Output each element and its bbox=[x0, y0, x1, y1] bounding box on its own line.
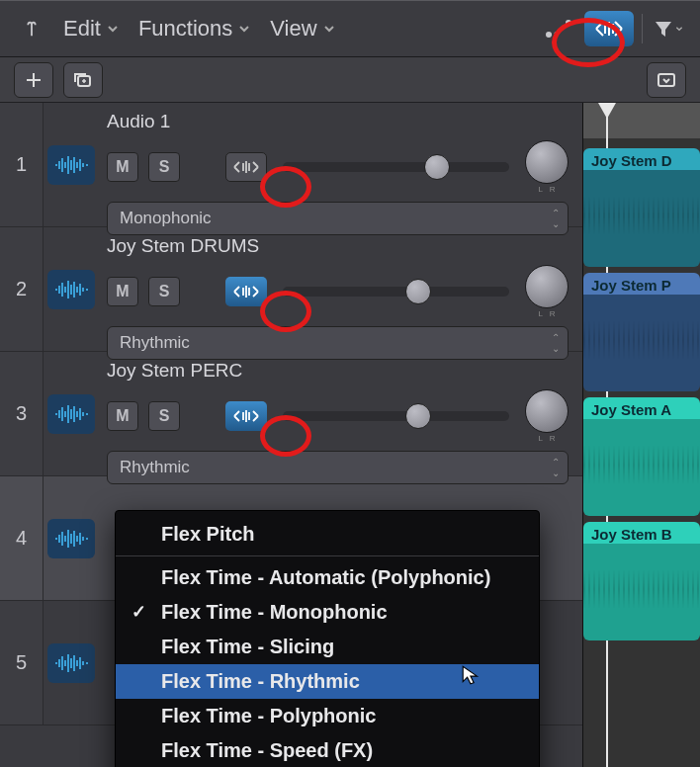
track-number: 4 bbox=[0, 476, 44, 600]
track-icon-cell bbox=[44, 103, 99, 226]
slider-thumb[interactable] bbox=[405, 279, 431, 304]
track-number: 2 bbox=[0, 227, 44, 351]
functions-menu[interactable]: Functions bbox=[132, 12, 256, 45]
filter-icon[interactable] bbox=[651, 11, 686, 46]
chevron-down-icon bbox=[107, 23, 119, 35]
track-list-dropdown-button[interactable] bbox=[647, 62, 686, 98]
dropdown-item[interactable]: Flex Time - Speed (FX) bbox=[116, 733, 539, 767]
track-body: Audio 1 M S L R Monophonic bbox=[99, 103, 582, 226]
add-track-button[interactable] bbox=[14, 62, 53, 98]
slider-thumb[interactable] bbox=[424, 154, 450, 180]
audio-region[interactable]: Joy Stem A bbox=[583, 397, 700, 516]
audio-waveform-icon[interactable] bbox=[47, 394, 95, 434]
solo-button[interactable]: S bbox=[148, 277, 180, 306]
volume-slider[interactable] bbox=[283, 162, 509, 172]
chevron-down-icon bbox=[675, 25, 683, 33]
track-row[interactable]: 2 Joy Stem DRUMS M S L R bbox=[0, 227, 582, 352]
flex-mode-select[interactable]: Monophonic ⌃⌄ bbox=[107, 202, 569, 235]
audio-region[interactable]: Joy Stem D bbox=[583, 148, 700, 267]
catch-tool-icon[interactable] bbox=[14, 11, 49, 46]
track-name[interactable]: Joy Stem PERC bbox=[107, 360, 569, 382]
dropdown-item[interactable]: Flex Time - Automatic (Polyphonic) bbox=[116, 560, 539, 595]
audio-waveform-icon[interactable] bbox=[47, 643, 95, 683]
flex-mode-select[interactable]: Rhythmic ⌃⌄ bbox=[107, 451, 569, 484]
audio-waveform-icon[interactable] bbox=[47, 519, 95, 558]
view-menu-label: View bbox=[270, 16, 316, 42]
volume-slider[interactable] bbox=[283, 287, 509, 297]
track-row[interactable]: 1 Audio 1 M S L R bbox=[0, 103, 582, 227]
track-flex-button[interactable] bbox=[225, 152, 267, 182]
pan-label-left: L bbox=[539, 185, 543, 194]
mute-button[interactable]: M bbox=[107, 401, 138, 431]
track-number: 5 bbox=[0, 601, 44, 724]
chevron-down-icon bbox=[323, 23, 335, 35]
view-menu[interactable]: View bbox=[264, 12, 340, 45]
track-name[interactable]: Joy Stem DRUMS bbox=[107, 235, 569, 257]
track-number: 1 bbox=[0, 103, 44, 226]
audio-region[interactable]: Joy Stem P bbox=[583, 273, 700, 391]
flex-mode-dropdown[interactable]: Flex Pitch Flex Time - Automatic (Polyph… bbox=[115, 510, 540, 767]
functions-menu-label: Functions bbox=[138, 16, 232, 42]
dropdown-item[interactable]: Flex Time - Monophonic✓ bbox=[116, 595, 539, 630]
flex-mode-button[interactable] bbox=[584, 11, 634, 46]
mute-button[interactable]: M bbox=[107, 152, 138, 182]
edit-menu-label: Edit bbox=[63, 16, 101, 42]
divider bbox=[642, 14, 643, 43]
track-flex-button[interactable] bbox=[225, 401, 267, 431]
flex-mode-value: Rhythmic bbox=[120, 458, 190, 476]
svg-point-1 bbox=[567, 21, 570, 25]
track-row[interactable]: 3 Joy Stem PERC M S L R bbox=[0, 352, 582, 476]
updown-arrows-icon: ⌃⌄ bbox=[552, 208, 560, 229]
mouse-cursor-icon bbox=[461, 664, 482, 686]
track-name[interactable]: Audio 1 bbox=[107, 111, 569, 132]
toolbar: Edit Functions View bbox=[0, 0, 700, 57]
track-number: 3 bbox=[0, 352, 44, 475]
dropdown-item[interactable]: Flex Time - Polyphonic bbox=[116, 699, 539, 733]
flex-mode-select[interactable]: Rhythmic ⌃⌄ bbox=[107, 326, 569, 360]
automation-curve-icon[interactable] bbox=[541, 11, 576, 46]
slider-thumb[interactable] bbox=[405, 403, 431, 429]
check-icon: ✓ bbox=[131, 601, 146, 623]
pan-knob[interactable] bbox=[525, 140, 569, 184]
dropdown-item-flex-pitch[interactable]: Flex Pitch bbox=[116, 517, 539, 552]
pan-knob[interactable] bbox=[525, 389, 569, 433]
flex-mode-value: Monophonic bbox=[120, 209, 212, 227]
audio-waveform-icon[interactable] bbox=[47, 270, 95, 309]
audio-region[interactable]: Joy Stem B bbox=[583, 522, 700, 640]
arrange-area[interactable]: Joy Stem DJoy Stem PJoy Stem AJoy Stem B bbox=[583, 103, 700, 767]
edit-menu[interactable]: Edit bbox=[57, 12, 125, 45]
volume-slider[interactable] bbox=[283, 411, 509, 421]
updown-arrows-icon: ⌃⌄ bbox=[552, 457, 560, 478]
updown-arrows-icon: ⌃⌄ bbox=[552, 332, 560, 354]
pan-knob[interactable] bbox=[525, 265, 569, 308]
track-flex-button[interactable] bbox=[225, 277, 267, 306]
track-ops-bar bbox=[0, 57, 700, 103]
audio-waveform-icon[interactable] bbox=[47, 145, 95, 185]
dropdown-separator bbox=[116, 555, 539, 556]
mute-button[interactable]: M bbox=[107, 277, 138, 306]
chevron-down-icon bbox=[238, 23, 250, 35]
dropdown-item[interactable]: Flex Time - Slicing bbox=[116, 630, 539, 664]
duplicate-track-button[interactable] bbox=[63, 62, 103, 98]
pan-label-right: R bbox=[550, 185, 556, 194]
solo-button[interactable]: S bbox=[148, 152, 180, 182]
solo-button[interactable]: S bbox=[148, 401, 180, 431]
svg-rect-3 bbox=[658, 74, 674, 86]
flex-mode-value: Rhythmic bbox=[120, 333, 190, 352]
